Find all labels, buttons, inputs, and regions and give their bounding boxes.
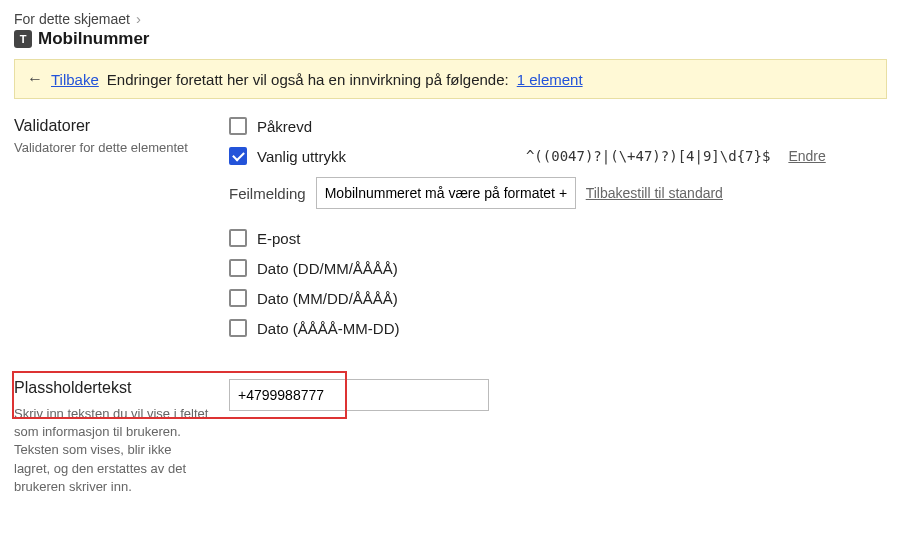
error-message-row: Feilmelding Tilbakestill til standard: [229, 177, 887, 209]
date-mm-dd-row: Dato (MM/DD/ÅÅÅÅ): [229, 289, 887, 307]
breadcrumb-parent[interactable]: For dette skjemaet: [14, 11, 130, 27]
email-checkbox[interactable]: [229, 229, 247, 247]
error-message-input[interactable]: [316, 177, 576, 209]
date-iso-row: Dato (ÅÅÅÅ-MM-DD): [229, 319, 887, 337]
validators-section: Validatorer Validatorer for dette elemen…: [14, 117, 887, 349]
back-arrow-icon: ←: [27, 70, 43, 88]
placeholder-section: Plassholdertekst Skriv inn teksten du vi…: [14, 379, 887, 496]
validators-label: Validatorer: [14, 117, 209, 135]
required-label: Påkrevd: [257, 118, 312, 135]
date-iso-checkbox[interactable]: [229, 319, 247, 337]
breadcrumb: For dette skjemaet ›: [14, 10, 887, 27]
email-row: E-post: [229, 229, 887, 247]
regex-checkbox[interactable]: [229, 147, 247, 165]
date-iso-label: Dato (ÅÅÅÅ-MM-DD): [257, 320, 400, 337]
regex-pattern: ^((0047)?|(\+47)?)[4|9]\d{7}$: [526, 148, 770, 164]
required-checkbox[interactable]: [229, 117, 247, 135]
page-title: Mobilnummer: [38, 29, 149, 49]
regex-edit-link[interactable]: Endre: [788, 148, 825, 164]
email-label: E-post: [257, 230, 300, 247]
placeholder-input[interactable]: [229, 379, 489, 411]
reset-error-link[interactable]: Tilbakestill til standard: [586, 185, 723, 201]
regex-row: Vanlig uttrykk ^((0047)?|(\+47)?)[4|9]\d…: [229, 147, 887, 165]
placeholder-desc: Skriv inn teksten du vil vise i feltet s…: [14, 405, 209, 496]
date-mm-dd-checkbox[interactable]: [229, 289, 247, 307]
placeholder-label-col: Plassholdertekst Skriv inn teksten du vi…: [14, 379, 209, 496]
chevron-right-icon: ›: [136, 10, 141, 27]
validators-desc: Validatorer for dette elementet: [14, 139, 209, 157]
date-mm-dd-label: Dato (MM/DD/ÅÅÅÅ): [257, 290, 398, 307]
date-dd-mm-checkbox[interactable]: [229, 259, 247, 277]
date-dd-mm-label: Dato (DD/MM/ÅÅÅÅ): [257, 260, 398, 277]
placeholder-highlight: Plassholdertekst: [14, 379, 209, 397]
notice-text: Endringer foretatt her vil også ha en in…: [107, 71, 509, 88]
title-row: T Mobilnummer: [14, 29, 887, 49]
required-row: Påkrevd: [229, 117, 887, 135]
regex-label: Vanlig uttrykk: [257, 148, 346, 165]
placeholder-label: Plassholdertekst: [14, 379, 209, 397]
date-dd-mm-row: Dato (DD/MM/ÅÅÅÅ): [229, 259, 887, 277]
affected-count-link[interactable]: 1 element: [517, 71, 583, 88]
notice-bar: ← Tilbake Endringer foretatt her vil ogs…: [14, 59, 887, 99]
error-message-label: Feilmelding: [229, 185, 306, 202]
back-link[interactable]: Tilbake: [51, 71, 99, 88]
validators-body: Påkrevd Vanlig uttrykk ^((0047)?|(\+47)?…: [229, 117, 887, 349]
placeholder-body: [229, 379, 887, 411]
validators-label-col: Validatorer Validatorer for dette elemen…: [14, 117, 209, 349]
text-field-type-icon: T: [14, 30, 32, 48]
